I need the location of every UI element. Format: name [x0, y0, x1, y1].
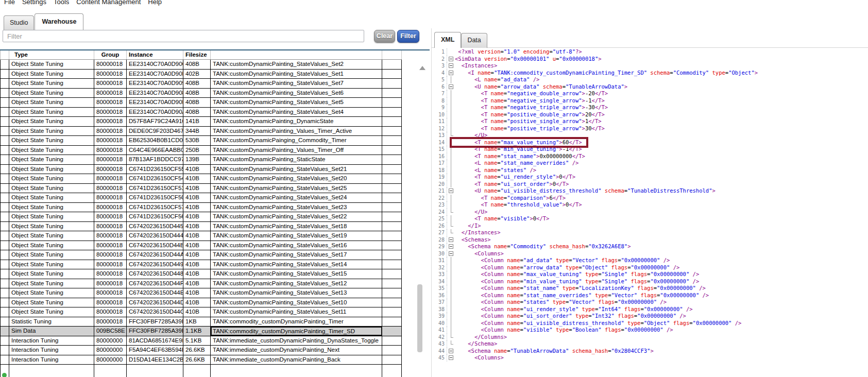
- fold-margin: [447, 271, 455, 278]
- table-row[interactable]: Object State Tuning80000018C67420236150D…: [0, 279, 402, 289]
- table-row[interactable]: Object State Tuning80000018EE23140C70A0D…: [0, 70, 402, 79]
- cell: 410B: [183, 241, 211, 250]
- fold-collapse-icon[interactable]: [447, 250, 455, 258]
- column-header-instance[interactable]: Instance: [127, 50, 183, 59]
- cell: [382, 279, 402, 288]
- table-row[interactable]: Object State Tuning80000018C67420236150D…: [0, 222, 402, 232]
- line-number: 5: [436, 76, 447, 83]
- clear-button[interactable]: Clear: [374, 30, 395, 43]
- table-row[interactable]: Interaction Tuning8000000081ACDA6851674E…: [0, 336, 402, 346]
- cell: 410B: [183, 260, 211, 269]
- table-row[interactable]: Object State Tuning80000018C67420236150D…: [0, 260, 402, 270]
- table-row[interactable]: Object State Tuning80000018C6741D236150C…: [0, 184, 402, 194]
- cell: 410B: [183, 184, 211, 193]
- cell: [382, 60, 402, 69]
- table-row[interactable]: Object State Tuning80000018C67420236150D…: [0, 307, 402, 317]
- column-header[interactable]: [1, 50, 9, 59]
- cell: 80000018: [94, 89, 127, 98]
- menu-item-file[interactable]: File: [4, 0, 15, 6]
- table-row[interactable]: Object State Tuning80000018DEDE0C9F203D4…: [0, 127, 402, 136]
- fold-collapse-icon[interactable]: [447, 243, 455, 250]
- menu-item-tools[interactable]: Tools: [54, 0, 69, 6]
- table-row[interactable]: Object State Tuning80000018EE23140C70A0D…: [0, 108, 402, 117]
- table-row[interactable]: Object State Tuning80000018C67420236150D…: [0, 288, 402, 298]
- scroll-up-arrow-icon[interactable]: [419, 66, 426, 70]
- tab-data[interactable]: Data: [461, 33, 487, 48]
- table-row[interactable]: Object State Tuning80000018EE23140C70A0D…: [0, 79, 402, 89]
- fold-collapse-icon[interactable]: [447, 187, 455, 195]
- cell: 009BC58E: [94, 327, 127, 336]
- column-header[interactable]: [382, 50, 402, 59]
- column-header[interactable]: [211, 50, 382, 59]
- cell: [382, 327, 402, 336]
- fold-margin: [447, 90, 455, 97]
- filter-button[interactable]: Filter: [397, 30, 419, 43]
- cell: [382, 174, 402, 183]
- tab-studio[interactable]: Studio: [4, 15, 34, 30]
- tab-warehouse[interactable]: Warehouse: [35, 13, 83, 30]
- table-row[interactable]: Interaction Tuning80000000F5A94C4EF63B59…: [0, 346, 402, 355]
- table-row[interactable]: Object State Tuning80000018C6741D236150C…: [0, 212, 402, 222]
- table-row[interactable]: Interaction Tuning80000000D15DA14EE134C2…: [0, 355, 402, 365]
- cell: 410B: [183, 222, 211, 231]
- fold-collapse-icon[interactable]: [447, 83, 455, 91]
- table-row[interactable]: Object State Tuning80000018C67420236150D…: [0, 250, 402, 260]
- table-row[interactable]: Object State Tuning80000018C6741D236150C…: [0, 203, 402, 213]
- fold-collapse-icon[interactable]: [447, 354, 455, 362]
- code-line: 18 <L name="states" />: [432, 167, 868, 174]
- cell: [382, 346, 402, 355]
- column-header-group[interactable]: Group: [94, 50, 127, 59]
- table-row[interactable]: Object State Tuning80000018C6741D236150C…: [0, 174, 402, 184]
- filter-input[interactable]: [3, 30, 364, 42]
- table-row[interactable]: Object State Tuning80000018C67420236150D…: [0, 269, 402, 279]
- code-line: 42 </Columns>: [432, 334, 868, 341]
- table-scrollbar-thumb[interactable]: [417, 284, 422, 352]
- table-row[interactable]: Object State Tuning80000018C6741D236150C…: [0, 165, 402, 175]
- table-row[interactable]: Object State Tuning8000001887B13AF1BDDCC…: [0, 155, 402, 165]
- cell: EE23140C70A0D90F: [127, 70, 183, 79]
- xml-code[interactable]: 1 <?xml version="1.0" encoding="utf-8"?>…: [432, 48, 868, 377]
- cell: Object State Tuning: [9, 212, 94, 221]
- line-number: 8: [436, 97, 447, 105]
- table-row[interactable]: Object State Tuning80000018EE23140C70A0D…: [0, 98, 402, 108]
- code-line: 10 <T name="positive_double_arrow">20</T…: [432, 111, 868, 118]
- table-row[interactable]: Object State Tuning80000018EE23140C70A0D…: [0, 89, 402, 98]
- tab-xml[interactable]: XML: [434, 32, 461, 48]
- table-row[interactable]: Object State Tuning80000018C67420236150D…: [0, 231, 402, 241]
- cell: C6741D236150CF57: [127, 203, 183, 212]
- line-number: 27: [436, 229, 447, 236]
- column-header-filesize[interactable]: Filesize: [183, 50, 211, 59]
- table-row-partial[interactable]: [0, 365, 402, 377]
- table-row[interactable]: Object State Tuning80000018C6741D236150C…: [0, 193, 402, 203]
- cell: 80000018: [94, 241, 127, 250]
- fold-collapse-icon[interactable]: [447, 62, 455, 70]
- table-row[interactable]: Object State Tuning80000018EE23140C70A0D…: [0, 60, 402, 70]
- code-text: <Instances>: [455, 62, 868, 70]
- fold-collapse-icon[interactable]: [447, 56, 455, 63]
- menu-item-help[interactable]: Help: [148, 0, 162, 6]
- cell: 80000000: [94, 346, 127, 355]
- code-line: 32 <Column name="arrow_data" type="Objec…: [432, 264, 868, 271]
- table-row[interactable]: Statistic Tuning80000018FFC30FBF7285A39B…: [0, 317, 402, 327]
- code-text: <T name="stat_name">0x00000000</T>: [455, 153, 868, 160]
- table-row[interactable]: Object State Tuning80000018C67420236150D…: [0, 241, 402, 251]
- table-row[interactable]: Object State Tuning80000018D57F8AF79C24A…: [0, 117, 402, 127]
- fold-margin: [447, 229, 455, 236]
- cell: TANK:customDynamicPainting_StateValues_S…: [211, 307, 382, 317]
- fold-collapse-icon[interactable]: [447, 348, 455, 355]
- menu-item-settings[interactable]: Settings: [22, 0, 46, 6]
- table-row[interactable]: Object State Tuning80000018C67420236150D…: [0, 298, 402, 308]
- cell: [382, 89, 402, 98]
- cell: 80000018: [94, 288, 127, 298]
- line-number: 17: [436, 160, 447, 167]
- fold-margin: [447, 299, 455, 306]
- fold-collapse-icon[interactable]: [447, 70, 455, 77]
- column-header-type[interactable]: Type: [9, 50, 94, 59]
- table-row[interactable]: Sim Data009BC58EFFC30FBF7285A39B1.1KBTAN…: [0, 327, 402, 336]
- table-row[interactable]: Object State Tuning80000018EB625304B0B1C…: [0, 136, 402, 146]
- cell: [1, 346, 9, 355]
- fold-collapse-icon[interactable]: [447, 236, 455, 244]
- cell: [382, 336, 402, 346]
- menu-item-content-management[interactable]: Content Management: [76, 0, 141, 6]
- table-row[interactable]: Object State Tuning80000018C64C4E966EAAB…: [0, 146, 402, 156]
